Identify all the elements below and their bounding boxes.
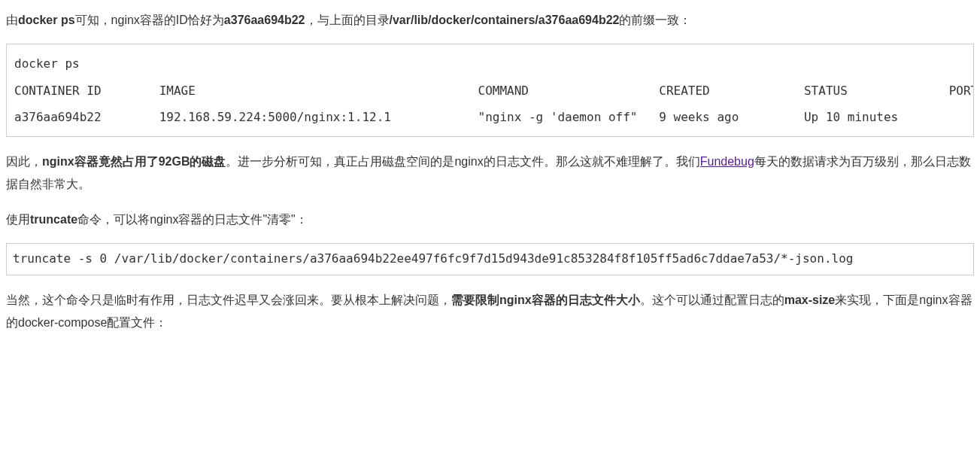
- text: 命令，可以将nginx容器的日志文件"清零"：: [77, 213, 308, 226]
- text: 因此，: [6, 155, 42, 168]
- text: 。进一步分析可知，真正占用磁盘空间的是nginx的日志文件。那么这就不难理解了。…: [226, 155, 699, 168]
- text: 当然，这个命令只是临时有作用，日志文件迟早又会涨回来。要从根本上解决问题，: [6, 293, 451, 306]
- code-line: CONTAINER ID IMAGE COMMAND CREATED STATU…: [14, 84, 974, 98]
- emphasis-container-id: a376aa694b22: [224, 14, 305, 26]
- text: ，与上面的目录: [305, 14, 390, 26]
- emphasis-disk-usage: nginx容器竟然占用了92GB的磁盘: [42, 155, 226, 168]
- paragraph-intro: 由docker ps可知，nginx容器的ID恰好为a376aa694b22，与…: [6, 9, 974, 32]
- paragraph-truncate-intro: 使用truncate命令，可以将nginx容器的日志文件"清零"：: [6, 208, 974, 231]
- code-block-docker-ps: docker ps CONTAINER ID IMAGE COMMAND CRE…: [6, 44, 974, 137]
- code-line: a376aa694b22 192.168.59.224:5000/nginx:1…: [14, 110, 974, 124]
- text: 由: [6, 14, 18, 26]
- paragraph-conclusion: 当然，这个命令只是临时有作用，日志文件迟早又会涨回来。要从根本上解决问题，需要限…: [6, 289, 974, 335]
- code-line: docker ps: [14, 56, 80, 71]
- fundebug-link[interactable]: Fundebug: [700, 155, 754, 168]
- emphasis-path: /var/lib/docker/containers/a376aa694b22: [390, 14, 620, 26]
- text: 。这个可以通过配置日志的: [640, 293, 784, 306]
- text: 使用: [6, 213, 30, 226]
- emphasis-docker-ps: docker ps: [18, 14, 75, 26]
- emphasis-max-size: max-size: [784, 293, 836, 306]
- code-line: truncate -s 0 /var/lib/docker/containers…: [13, 251, 853, 266]
- text: 的前缀一致：: [619, 14, 691, 26]
- emphasis-truncate: truncate: [30, 213, 77, 226]
- code-block-truncate: truncate -s 0 /var/lib/docker/containers…: [6, 243, 974, 275]
- paragraph-analysis: 因此，nginx容器竟然占用了92GB的磁盘。进一步分析可知，真正占用磁盘空间的…: [6, 151, 974, 196]
- emphasis-limit-log: 需要限制nginx容器的日志文件大小: [451, 293, 640, 306]
- text: 可知，nginx容器的ID恰好为: [75, 14, 224, 26]
